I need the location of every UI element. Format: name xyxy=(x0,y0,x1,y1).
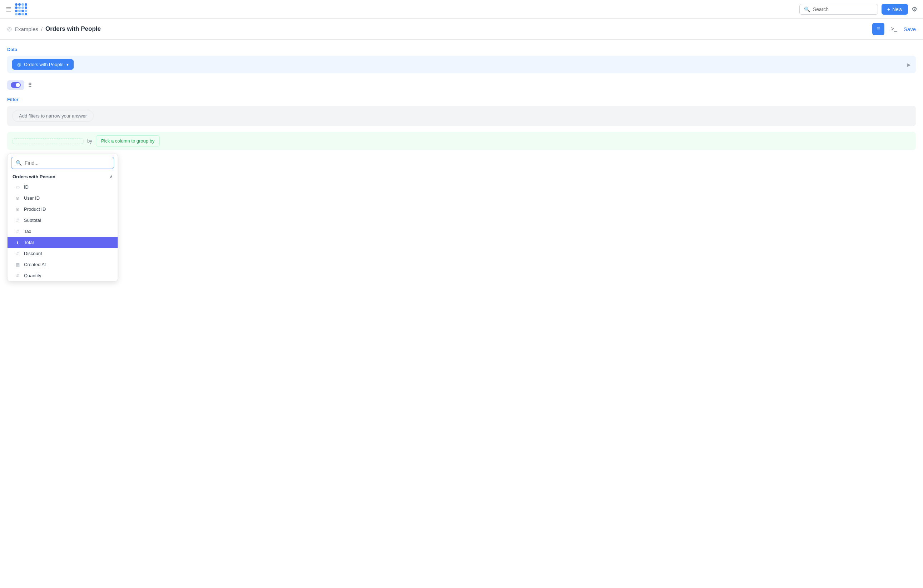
logo-dot xyxy=(18,3,21,6)
logo-dot xyxy=(25,7,27,9)
logo-dot xyxy=(25,13,27,15)
toggle-button[interactable] xyxy=(7,80,24,90)
field-dropdown-panel: 🔍 Orders with Person ∧ ▭ ID ⊙ User ID ⊙ … xyxy=(7,154,118,157)
breadcrumb-separator: / xyxy=(41,26,43,32)
logo-dot xyxy=(15,13,18,15)
logo-dot xyxy=(18,13,21,15)
grid-view-button[interactable]: ⠿ xyxy=(28,82,32,88)
main-content: Data ◎ Orders with People ▾ ▶ ⠿ Filter A… xyxy=(0,40,923,157)
hamburger-icon[interactable]: ☰ xyxy=(6,5,11,13)
logo-dot xyxy=(15,7,18,9)
expand-arrow-icon[interactable]: ▶ xyxy=(907,62,911,67)
new-button[interactable]: + New xyxy=(882,4,908,15)
logo-dot xyxy=(15,10,18,12)
data-section: Data ◎ Orders with People ▾ ▶ xyxy=(7,47,916,73)
logo-dot xyxy=(21,13,24,15)
settings-icon[interactable]: ⚙ xyxy=(912,5,917,13)
logo-dot xyxy=(21,10,24,12)
nav-right: 🔍 + New ⚙ xyxy=(799,4,917,15)
breadcrumb-home[interactable]: Examples xyxy=(15,26,38,32)
data-source-button[interactable]: ◎ Orders with People ▾ xyxy=(12,59,74,70)
summarize-empty[interactable] xyxy=(12,138,84,144)
toggle-knob xyxy=(16,83,20,87)
data-pill-row: ◎ Orders with People ▾ ▶ xyxy=(7,56,916,73)
nav-left: ☰ xyxy=(6,3,27,15)
logo-dot xyxy=(18,7,21,9)
dropdown-search-wrapper[interactable]: 🔍 xyxy=(11,157,114,157)
toggle-row: ⠿ xyxy=(7,80,916,90)
data-pill-label: Orders with People xyxy=(24,62,64,67)
logo-dot xyxy=(25,3,27,6)
data-section-label: Data xyxy=(7,47,916,52)
filter-area: Add filters to narrow your answer xyxy=(7,106,916,126)
breadcrumb-actions: ≡ >_ Save xyxy=(872,23,916,35)
logo-dot xyxy=(21,3,24,6)
summarize-row: by Pick a column to group by xyxy=(7,132,916,150)
breadcrumb-bar: ◎ Examples / Orders with People ≡ >_ Sav… xyxy=(0,18,923,40)
logo-icon xyxy=(15,3,27,15)
summarize-by-label: by xyxy=(87,138,92,144)
plus-icon: + xyxy=(887,7,890,12)
filter-section: Filter Add filters to narrow your answer xyxy=(7,97,916,126)
terminal-icon: >_ xyxy=(891,26,897,32)
search-icon: 🔍 xyxy=(804,7,810,12)
add-filter-button[interactable]: Add filters to narrow your answer xyxy=(12,110,94,122)
logo-dot xyxy=(25,10,27,12)
data-pill-icon: ◎ xyxy=(17,62,21,67)
logo-dot xyxy=(21,7,24,9)
top-navigation: ☰ 🔍 + New ⚙ xyxy=(0,0,923,18)
list-view-icon: ≡ xyxy=(877,26,880,32)
terminal-button[interactable]: >_ xyxy=(888,23,900,35)
logo-dot xyxy=(15,3,18,6)
new-button-label: New xyxy=(892,7,902,12)
group-by-button[interactable]: Pick a column to group by xyxy=(96,135,160,146)
breadcrumb: ◎ Examples / Orders with People xyxy=(7,25,101,33)
list-view-button[interactable]: ≡ xyxy=(872,23,884,35)
chevron-down-icon: ▾ xyxy=(66,62,69,67)
grid-icon: ⠿ xyxy=(28,82,32,88)
breadcrumb-home-icon: ◎ xyxy=(7,26,12,32)
breadcrumb-current: Orders with People xyxy=(45,25,101,33)
toggle-inner xyxy=(11,82,21,88)
save-button[interactable]: Save xyxy=(904,26,916,32)
search-input[interactable] xyxy=(813,7,873,12)
filter-section-label: Filter xyxy=(7,97,916,102)
search-box[interactable]: 🔍 xyxy=(799,4,878,15)
logo-dot xyxy=(18,10,21,12)
